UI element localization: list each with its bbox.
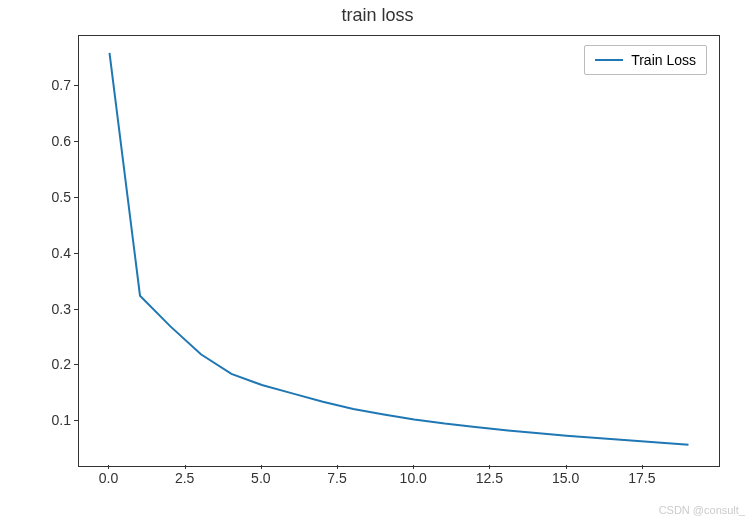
line-series [79,36,719,466]
y-tick-label: 0.7 [31,77,71,93]
x-tick-label: 17.5 [628,470,655,486]
x-tick-label: 10.0 [400,470,427,486]
x-tick-label: 12.5 [476,470,503,486]
x-tick-mark [108,465,109,469]
y-tick-mark [74,197,78,198]
y-tick-mark [74,141,78,142]
y-tick-mark [74,364,78,365]
x-tick-mark [642,465,643,469]
y-tick-label: 0.4 [31,245,71,261]
x-tick-label: 2.5 [175,470,194,486]
x-tick-mark [185,465,186,469]
x-tick-label: 5.0 [251,470,270,486]
y-tick-label: 0.1 [31,412,71,428]
x-tick-mark [413,465,414,469]
y-tick-mark [74,85,78,86]
y-tick-mark [74,420,78,421]
x-tick-mark [566,465,567,469]
legend-label: Train Loss [631,52,696,68]
y-tick-label: 0.5 [31,189,71,205]
chart-title: train loss [0,5,755,26]
y-tick-label: 0.2 [31,356,71,372]
x-tick-mark [261,465,262,469]
legend: Train Loss [584,45,707,75]
legend-line-icon [595,59,623,61]
y-tick-mark [74,253,78,254]
y-tick-label: 0.3 [31,301,71,317]
x-tick-label: 15.0 [552,470,579,486]
y-tick-label: 0.6 [31,133,71,149]
x-tick-mark [337,465,338,469]
x-tick-label: 7.5 [327,470,346,486]
x-tick-label: 0.0 [99,470,118,486]
plot-area [78,35,720,467]
watermark: CSDN @consult_ [659,504,745,516]
x-tick-mark [489,465,490,469]
y-tick-mark [74,309,78,310]
chart-container: train loss 0.10.20.30.40.50.60.7 0.02.55… [0,0,755,518]
